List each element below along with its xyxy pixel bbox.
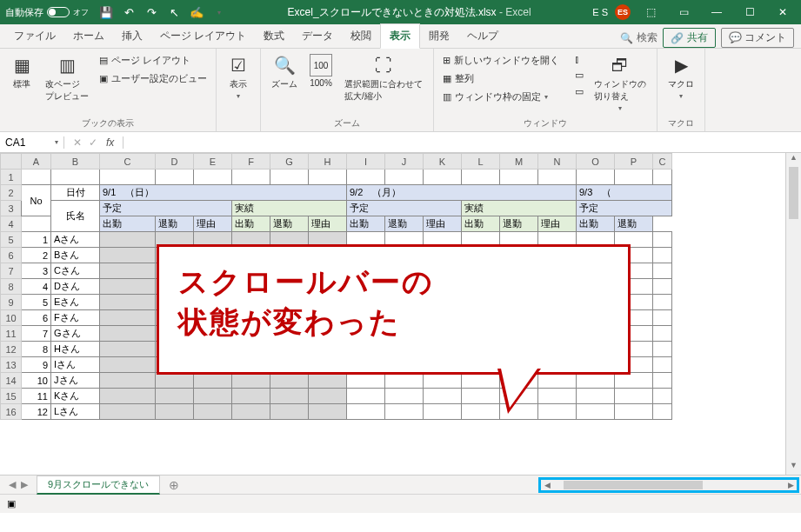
show-button[interactable]: ☑ 表示▾: [224, 52, 253, 102]
horizontal-scrollbar[interactable]: ◀ ▶: [538, 477, 799, 493]
prev-sheet-icon[interactable]: ◀: [9, 479, 16, 490]
newwin-icon: ⊞: [443, 55, 451, 66]
hundred-icon: 100: [310, 54, 332, 76]
split-button[interactable]: ⫿: [573, 52, 585, 66]
name-box[interactable]: CA1▾: [0, 136, 64, 149]
comment-button[interactable]: 💬 コメント: [721, 28, 794, 48]
record-macro-icon[interactable]: ▣: [7, 498, 16, 509]
autosave-toggle[interactable]: 自動保存 オフ: [5, 6, 89, 19]
cursor-icon[interactable]: ↖: [167, 5, 181, 19]
ribbon-collapse-icon[interactable]: ▭: [671, 2, 697, 23]
scroll-up-icon[interactable]: ▲: [786, 153, 801, 167]
tab-home[interactable]: ホーム: [64, 24, 113, 48]
close-icon[interactable]: ✕: [770, 2, 796, 23]
ribbon-mode-icon[interactable]: ⬚: [637, 2, 664, 23]
callout-tail-icon: [497, 369, 541, 414]
group-zoom: 🔍 ズーム 100 100% ⛶ 選択範囲に合わせて 拡大/縮小 ズーム: [261, 49, 434, 131]
window-title: Excel_スクロールできないときの対処法.xlsx - Excel: [226, 5, 592, 20]
arrange-button[interactable]: ▦ 整列: [441, 70, 561, 87]
tab-help[interactable]: ヘルプ: [458, 24, 507, 48]
tab-view[interactable]: 表示: [380, 23, 420, 49]
hide-button[interactable]: ▭: [573, 68, 585, 83]
pagebreak-icon: ▥: [56, 54, 78, 76]
custom-icon: ▣: [99, 73, 108, 84]
hscroll-thumb[interactable]: [564, 481, 703, 489]
search-box[interactable]: 🔍 検索: [620, 30, 657, 45]
toggle-icon: [47, 7, 70, 17]
tab-developer[interactable]: 開発: [420, 24, 458, 48]
split-icon: ⫿: [575, 54, 580, 64]
sheet-tab-bar: ◀ ▶ 9月スクロールできない ⊕ ◀ ▶: [0, 475, 801, 494]
zoom-button[interactable]: 🔍 ズーム: [268, 52, 301, 92]
next-sheet-icon[interactable]: ▶: [21, 479, 28, 490]
avatar[interactable]: ES: [615, 4, 631, 20]
group-window: ⊞ 新しいウィンドウを開く ▦ 整列 ▥ ウィンドウ枠の固定 ▾ ⫿ ▭ ▭ 🗗…: [434, 49, 657, 131]
callout-annotation: スクロールバーの 状態が変わった: [157, 244, 631, 375]
ribbon-tabs: ファイル ホーム 挿入 ページ レイアウト 数式 データ 校閲 表示 開発 ヘル…: [0, 24, 801, 49]
spreadsheet-grid[interactable]: ABCDEFGHIJKLMNOPC12No日付9/1 （日）9/2 （月）9/3…: [0, 153, 785, 475]
scroll-left-icon[interactable]: ◀: [541, 481, 553, 489]
share-button[interactable]: 🔗 共有: [663, 28, 716, 48]
vertical-scrollbar[interactable]: ▲ ▼: [785, 153, 801, 475]
qat-more-icon[interactable]: ▾: [212, 5, 226, 19]
group-workbook-views: ▦ 標準 ▥ 改ページ プレビュー ▤ ページ レイアウト ▣ ユーザー設定のビ…: [0, 49, 217, 131]
title-bar: 自動保存 オフ 💾 ↶ ↷ ↖ ✍ ▾ Excel_スクロールできないときの対処…: [0, 0, 801, 24]
macros-button[interactable]: ▶ マクロ▾: [664, 52, 698, 102]
formula-bar: CA1▾ ✕ ✓ fx: [0, 132, 801, 153]
autosave-state: オフ: [73, 7, 89, 18]
hundred-percent-button[interactable]: 100 100%: [306, 52, 336, 90]
unhide-button[interactable]: ▭: [573, 84, 585, 99]
undo-icon[interactable]: ↶: [122, 5, 136, 19]
enter-icon[interactable]: ✓: [89, 136, 97, 149]
custom-views-button[interactable]: ▣ ユーザー設定のビュー: [97, 70, 209, 87]
tab-pagelayout[interactable]: ページ レイアウト: [151, 24, 255, 48]
page-icon: ▤: [99, 55, 108, 66]
unhide-icon: ▭: [575, 86, 584, 97]
hide-icon: ▭: [575, 70, 584, 81]
user-initials: E S: [592, 7, 608, 17]
normal-view-button[interactable]: ▦ 標準: [7, 52, 37, 92]
add-sheet-icon[interactable]: ⊕: [160, 478, 188, 492]
freeze-icon: ▥: [443, 91, 451, 103]
fit-icon: ⛶: [372, 54, 395, 76]
minimize-icon[interactable]: —: [704, 2, 730, 23]
tab-insert[interactable]: 挿入: [113, 24, 151, 48]
scroll-down-icon[interactable]: ▼: [786, 461, 801, 475]
ribbon: ▦ 標準 ▥ 改ページ プレビュー ▤ ページ レイアウト ▣ ユーザー設定のビ…: [0, 49, 801, 132]
group-macros: ▶ マクロ▾ マクロ: [657, 49, 705, 131]
switch-icon: 🗗: [609, 54, 631, 76]
maximize-icon[interactable]: ☐: [737, 2, 763, 23]
new-window-button[interactable]: ⊞ 新しいウィンドウを開く: [441, 52, 561, 69]
tab-formulas[interactable]: 数式: [255, 24, 293, 48]
group-show: ☑ 表示▾: [217, 49, 261, 131]
tab-data[interactable]: データ: [293, 24, 342, 48]
vscroll-thumb[interactable]: [789, 167, 798, 219]
scroll-right-icon[interactable]: ▶: [784, 481, 797, 489]
zoom-selection-button[interactable]: ⛶ 選択範囲に合わせて 拡大/縮小: [341, 52, 426, 104]
tab-review[interactable]: 校閲: [342, 24, 380, 48]
switch-window-button[interactable]: 🗗 ウィンドウの 切り替え▾: [591, 52, 650, 114]
cancel-icon[interactable]: ✕: [73, 136, 82, 149]
sheet-tab-active[interactable]: 9月スクロールできない: [37, 475, 160, 495]
grid-icon: ▦: [10, 54, 33, 76]
pagebreak-preview-button[interactable]: ▥ 改ページ プレビュー: [42, 52, 92, 104]
macro-icon: ▶: [670, 54, 692, 76]
fx-icon[interactable]: fx: [106, 136, 123, 149]
page-layout-button[interactable]: ▤ ページ レイアウト: [97, 52, 209, 69]
save-icon[interactable]: 💾: [99, 5, 113, 19]
status-bar: ▣: [0, 494, 801, 513]
zoom-icon: 🔍: [273, 54, 296, 76]
redo-icon[interactable]: ↷: [144, 5, 158, 19]
touch-icon[interactable]: ✍: [190, 5, 204, 19]
arrange-icon: ▦: [443, 73, 451, 84]
autosave-label: 自動保存: [5, 6, 43, 19]
tab-file[interactable]: ファイル: [5, 24, 64, 48]
show-icon: ☑: [227, 54, 250, 76]
freeze-panes-button[interactable]: ▥ ウィンドウ枠の固定 ▾: [441, 89, 561, 105]
